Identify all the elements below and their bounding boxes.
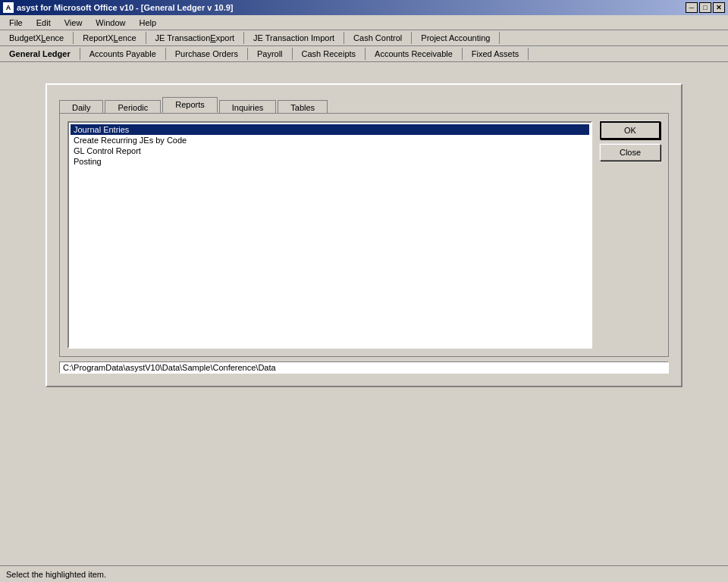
toolbar-payroll[interactable]: Payroll xyxy=(248,48,293,60)
window-title: asyst for Microsoft Office v10 - [Genera… xyxy=(17,3,233,12)
toolbar-accounts-payable[interactable]: Accounts Payable xyxy=(80,48,166,60)
toolbar-cash-control[interactable]: Cash Control xyxy=(344,32,412,44)
menu-item-view[interactable]: View xyxy=(58,17,89,29)
toolbar-project-accounting[interactable]: Project Accounting xyxy=(412,32,500,44)
ok-button[interactable]: OK xyxy=(600,121,661,139)
content-panel: Journal Entries Create Recurring JEs by … xyxy=(59,113,669,357)
window-controls: ─ □ ✕ xyxy=(686,2,725,13)
toolbar-fixed-assets[interactable]: Fixed Assets xyxy=(463,48,529,60)
close-button[interactable]: Close xyxy=(600,144,661,161)
toolbar-budgetxlence[interactable]: BudgetXLence xyxy=(0,32,74,44)
maximize-button[interactable]: □ xyxy=(699,2,711,13)
main-area: Daily Periodic Reports Inquiries Tables … xyxy=(0,62,728,558)
list-item-journal-entries[interactable]: Journal Entries xyxy=(71,124,589,135)
buttons-area: OK Close xyxy=(600,121,661,349)
menu-item-help[interactable]: Help xyxy=(133,17,162,29)
tabs-container: Daily Periodic Reports Inquiries Tables xyxy=(59,97,669,113)
list-item-posting[interactable]: Posting xyxy=(71,156,589,167)
inner-window: Daily Periodic Reports Inquiries Tables … xyxy=(46,83,682,387)
tab-reports[interactable]: Reports xyxy=(162,97,218,113)
status-bar: Select the highlighted item. xyxy=(0,565,728,582)
menu-item-edit[interactable]: Edit xyxy=(30,17,57,29)
status-text: Select the highlighted item. xyxy=(6,570,106,579)
app-icon: A xyxy=(3,2,14,13)
toolbar-reportxlence[interactable]: ReportXLence xyxy=(74,32,146,44)
close-button[interactable]: ✕ xyxy=(713,2,725,13)
toolbar-cash-receipts[interactable]: Cash Receipts xyxy=(293,48,366,60)
toolbar-accounts-receivable[interactable]: Accounts Receivable xyxy=(366,48,463,60)
list-box[interactable]: Journal Entries Create Recurring JEs by … xyxy=(67,121,592,349)
toolbar-row-1: BudgetXLence ReportXLence JE Transaction… xyxy=(0,30,728,46)
title-bar: A asyst for Microsoft Office v10 - [Gene… xyxy=(0,0,728,15)
list-item-create-recurring[interactable]: Create Recurring JEs by Code xyxy=(71,135,589,146)
toolbar-je-import[interactable]: JE Transaction Import xyxy=(244,32,344,44)
toolbar-je-export[interactable]: JE Transaction Export xyxy=(146,32,245,44)
toolbar-general-ledger[interactable]: General Ledger xyxy=(0,48,80,60)
menu-item-file[interactable]: File xyxy=(3,17,29,29)
list-item-gl-control-report[interactable]: GL Control Report xyxy=(71,146,589,156)
minimize-button[interactable]: ─ xyxy=(686,2,698,13)
toolbar-purchase-orders[interactable]: Purchase Orders xyxy=(166,48,248,60)
path-bar: C:\ProgramData\asystV10\Data\Sample\Conf… xyxy=(59,361,669,374)
toolbar-row-2: General Ledger Accounts Payable Purchase… xyxy=(0,46,728,62)
menu-bar: File Edit View Window Help xyxy=(0,15,728,30)
menu-item-window[interactable]: Window xyxy=(89,17,131,29)
